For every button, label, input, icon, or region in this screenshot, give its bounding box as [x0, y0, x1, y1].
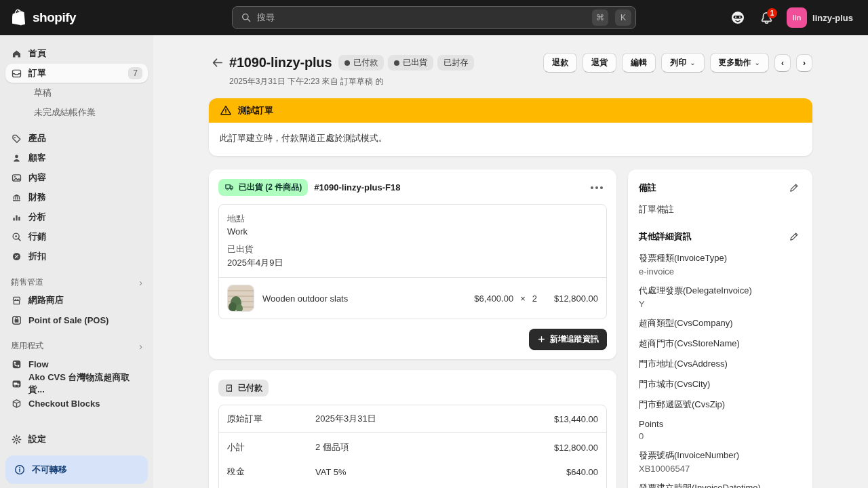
next-order-button[interactable]: › — [796, 54, 812, 72]
paid-badge: 已付款 — [218, 380, 269, 396]
sidebar-item-marketing[interactable]: 行銷 — [5, 227, 148, 246]
multiply-sign: × — [520, 293, 526, 304]
sidebar-item-pos[interactable]: Point of Sale (POS) — [5, 310, 148, 329]
payment-row-tax: 稅金 VAT 5% $640.00 — [219, 460, 606, 484]
location-value: Work — [227, 226, 598, 237]
fulfillment-menu-button[interactable] — [587, 184, 607, 192]
dot-icon — [394, 60, 399, 66]
chevron-left-icon: ‹ — [781, 58, 784, 68]
truck-icon — [224, 182, 235, 192]
status-badge-paid: 已付款 — [338, 55, 384, 70]
detail-field: 門市地址(CvsAddress) — [639, 358, 802, 370]
notes-title: 備註 — [639, 182, 656, 194]
sidekick-button[interactable] — [727, 7, 749, 28]
product-thumbnail[interactable] — [227, 285, 254, 312]
banner-title: 測試訂單 — [238, 104, 273, 117]
sidebar-item-settings[interactable]: 設定 — [5, 430, 148, 449]
status-badge-archived: 已封存 — [437, 55, 474, 70]
fulfillment-card: 已出貨 (2 件商品) #1090-linzy-plus-F18 地點 Work… — [209, 169, 616, 359]
sales-channels-header[interactable]: 銷售管道 › — [11, 277, 142, 288]
pos-icon — [11, 314, 22, 326]
return-button[interactable]: 退貨 — [583, 53, 616, 73]
shopify-wordmark: shopify — [33, 10, 76, 25]
topbar: shopify 搜尋 ⌘ K 1 lin — [0, 0, 868, 35]
sidebar-item-home[interactable]: 首頁 — [5, 44, 148, 63]
info-icon — [14, 464, 26, 476]
sidebar-item-orders[interactable]: 訂單 7 — [5, 64, 148, 83]
order-details-sidebar-card: 備註 訂單備註 其他詳細資訊 發票種類(InvoiceType) — [628, 169, 812, 488]
flow-icon — [11, 359, 22, 370]
order-subtitle: 2025年3月31日 下午2:23 來自 訂單草稿 的 — [229, 76, 812, 87]
sidekick-icon — [730, 9, 746, 26]
sidebar: 首頁 訂單 7 草稿 未完成結帳作業 產品 顧客 內容 財務 分析 行銷 折扣 … — [0, 35, 153, 488]
detail-field: 超商門市(CvsStoreName) — [639, 338, 802, 350]
sidebar-item-drafts[interactable]: 草稿 — [5, 83, 148, 102]
line-item-row: Wooden outdoor slats $6,400.00 × 2 $12,8… — [219, 278, 606, 319]
product-name-link[interactable]: Wooden outdoor slats — [262, 293, 466, 304]
edit-notes-button[interactable] — [787, 180, 802, 195]
plan-banner[interactable]: 不可轉移 — [5, 455, 148, 484]
edit-button[interactable]: 編輯 — [622, 53, 656, 73]
bank-icon — [11, 192, 22, 203]
add-tracking-button[interactable]: 新增追蹤資訊 — [529, 329, 607, 350]
payment-row-total: 總計 $13,440.00 — [219, 484, 606, 488]
quantity: 2 — [532, 293, 537, 304]
detail-field: 門市郵遞區號(CvsZip) — [639, 399, 802, 411]
sidebar-item-customers[interactable]: 顧客 — [5, 148, 148, 167]
sidebar-item-checkout-blocks[interactable]: Checkout Blocks — [5, 394, 148, 413]
cube-icon — [11, 398, 22, 409]
shipped-label: 已出貨 — [227, 243, 598, 256]
sidebar-item-online-store[interactable]: 網路商店 — [5, 291, 148, 310]
search-input[interactable]: 搜尋 ⌘ K — [232, 6, 636, 29]
main-content: #1090-linzy-plus 已付款 已出貨 已封存 退款 退貨 編輯 列印… — [153, 35, 868, 488]
shopify-bag-icon — [12, 9, 28, 26]
line-total: $12,800.00 — [544, 293, 598, 304]
refund-button[interactable]: 退款 — [543, 53, 577, 73]
shipped-date: 2025年4月9日 — [227, 257, 598, 269]
discount-icon — [11, 251, 22, 262]
target-icon — [11, 231, 22, 243]
storefront-icon — [11, 295, 22, 306]
apps-header[interactable]: 應用程式 › — [11, 340, 142, 352]
search-placeholder: 搜尋 — [257, 12, 585, 24]
chevron-down-icon: ⌄ — [690, 59, 695, 66]
dot-icon — [344, 60, 350, 66]
notifications-button[interactable]: 1 — [755, 7, 777, 28]
bar-chart-icon — [11, 211, 22, 223]
customer-icon — [11, 152, 22, 164]
plus-icon — [537, 335, 546, 344]
home-icon — [11, 48, 22, 60]
test-order-banner: 測試訂單 此訂單建立時，付款閘道正處於測試模式。 — [209, 98, 812, 156]
print-button[interactable]: 列印⌄ — [661, 53, 704, 73]
back-button[interactable] — [209, 55, 225, 71]
edit-details-button[interactable] — [787, 229, 802, 244]
payment-row-original: 原始訂單 2025年3月31日 $13,440.00 — [219, 405, 606, 432]
banner-body: 此訂單建立時，付款閘道正處於測試模式。 — [209, 123, 812, 156]
receipt-check-icon — [224, 384, 234, 393]
more-actions-button[interactable]: 更多動作⌄ — [710, 53, 769, 73]
sidebar-item-ako-cvs[interactable]: Ako CVS 台灣物流超商取貨... — [5, 374, 148, 393]
draft-order-link[interactable]: 訂單草稿 — [340, 77, 373, 86]
chevron-down-icon: ⌄ — [755, 59, 760, 66]
payment-card: 已付款 原始訂單 2025年3月31日 $13,440.00 小計 2 個品項 … — [209, 370, 616, 488]
sidebar-item-abandoned-checkouts[interactable]: 未完成結帳作業 — [5, 103, 148, 122]
detail-field: 超商類型(CvsCompany) — [639, 317, 802, 329]
sidebar-item-finance[interactable]: 財務 — [5, 188, 148, 207]
sidebar-item-content[interactable]: 內容 — [5, 168, 148, 187]
order-header: #1090-linzy-plus 已付款 已出貨 已封存 退款 退貨 編輯 列印… — [209, 53, 812, 73]
orders-count-badge: 7 — [128, 67, 142, 79]
sidebar-item-products[interactable]: 產品 — [5, 129, 148, 148]
fulfillment-number: #1090-linzy-plus-F18 — [314, 182, 400, 192]
truck-app-icon — [11, 378, 22, 390]
sidebar-item-discounts[interactable]: 折扣 — [5, 247, 148, 266]
account-menu[interactable]: lin linzy-plus — [784, 5, 859, 30]
previous-order-button[interactable]: ‹ — [774, 54, 791, 72]
tag-icon — [11, 133, 22, 144]
chevron-right-icon: › — [139, 341, 142, 352]
account-name: linzy-plus — [812, 13, 853, 23]
chevron-right-icon: › — [139, 277, 142, 288]
sidebar-item-flow[interactable]: Flow — [5, 354, 148, 373]
orders-icon — [11, 68, 22, 79]
sidebar-item-analytics[interactable]: 分析 — [5, 207, 148, 226]
payment-row-subtotal: 小計 2 個品項 $12,800.00 — [219, 433, 606, 460]
